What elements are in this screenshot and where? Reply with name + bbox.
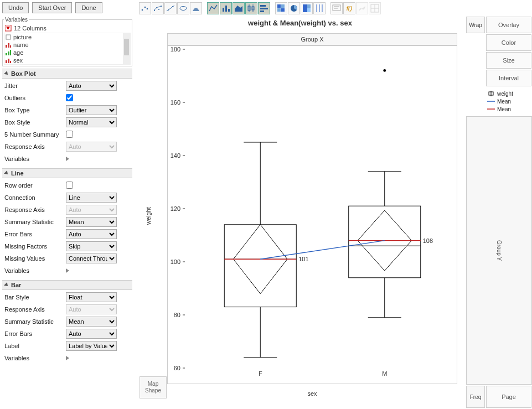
list-item[interactable]: sex [4,56,130,64]
jitter-select[interactable]: Auto [66,81,117,91]
connection-select[interactable]: Line [66,193,117,203]
errbars-line-select[interactable]: Auto [66,229,117,239]
svg-rect-23 [281,8,285,12]
start-over-button[interactable]: Start Over [32,2,72,13]
fivenum-checkbox[interactable] [66,131,73,138]
variables-fieldset: Variables 12 Columns picture name age [2,17,132,66]
variable-list[interactable]: picture name age sex [4,33,131,65]
group-y-dropzone[interactable]: Group Y [466,116,532,385]
svg-point-2 [146,8,148,10]
fivenum-label: 5 Number Summary [2,131,66,138]
respaxis-bar-select[interactable]: Auto [66,304,117,314]
respaxis-line-select[interactable]: Auto [66,205,117,215]
missval-label: Missing Values [2,255,66,262]
color-dropzone[interactable]: Color [486,34,531,51]
parallel-icon[interactable] [313,2,326,14]
chart-title: weight & Mean(weight) vs. sex [135,17,466,29]
svg-text:180: 180 [171,46,180,53]
svg-text:140: 140 [171,152,180,159]
jitter-label: Jitter [2,82,66,89]
sumstat-bar-select[interactable]: Mean [66,317,117,327]
errbars-bar-select[interactable]: Auto [66,329,117,339]
map-icon[interactable] [369,2,381,14]
svg-rect-21 [281,4,285,8]
treemap-icon[interactable] [301,2,313,14]
undo-button[interactable]: Undo [2,2,29,13]
boxstyle-select[interactable]: Normal [66,117,117,127]
svg-text:108: 108 [423,237,433,244]
svg-text:120: 120 [171,205,180,212]
svg-text:80: 80 [174,312,180,318]
boxplot-icon[interactable] [245,2,257,14]
variables-legend: Variables [4,17,29,23]
smooth-scatter-icon[interactable] [152,2,164,14]
missfac-label: Missing Factors [2,243,66,250]
list-item[interactable]: name [4,41,130,49]
done-button[interactable]: Done [75,2,102,13]
svg-rect-27 [307,8,311,12]
variables-disclosure-icon[interactable] [66,157,69,161]
svg-rect-42 [8,43,9,48]
svg-rect-44 [6,53,7,55]
svg-rect-25 [303,4,307,12]
list-item[interactable]: picture [4,33,130,41]
respaxis-boxplot-select[interactable]: Auto [66,142,117,152]
missfac-select[interactable]: Skip [66,241,117,251]
columns-header[interactable]: 12 Columns [4,24,131,33]
plot-svg: 6080100120140160180FM101108 [168,46,458,385]
svg-rect-17 [260,5,266,7]
columns-disclosure-icon[interactable] [5,25,12,32]
barstyle-select[interactable]: Float [66,292,117,302]
roworder-checkbox[interactable] [66,182,73,189]
list-item[interactable]: age [4,49,130,56]
sumstat-line-select[interactable]: Mean [66,217,117,227]
group-x-dropzone[interactable]: Group X [167,33,457,45]
overlay-dropzone[interactable]: Overlay [486,17,531,33]
errbars-line-label: Error Bars [2,231,66,237]
svg-text:M: M [382,370,387,377]
line-chart-icon[interactable] [207,2,219,14]
svg-rect-45 [8,51,9,55]
contour-icon[interactable] [190,2,202,14]
variable-scrollbar[interactable] [123,33,130,64]
freq-dropzone[interactable]: Freq [466,386,485,408]
map-shape-dropzone[interactable]: MapShape [140,376,167,398]
line-section-header[interactable]: Line [2,168,132,178]
boxplot-section-header[interactable]: Box Plot [2,69,132,79]
caption-icon[interactable] [330,2,343,14]
red-line-legend-icon [487,106,495,112]
svg-point-7 [168,9,169,11]
svg-rect-31 [333,5,340,11]
size-dropzone[interactable]: Size [486,52,531,69]
barstyle-label: Bar Style [2,294,66,301]
respaxis-line-label: Response Axis [2,206,66,213]
outliers-checkbox[interactable] [66,94,73,101]
wrap-dropzone[interactable]: Wrap [466,17,485,33]
svg-rect-43 [10,45,11,48]
missval-select[interactable]: Connect Throu [66,253,117,263]
label-bar-label: Label [2,343,66,349]
boxtype-select[interactable]: Outlier [66,105,117,115]
area-chart-icon[interactable] [233,2,245,14]
bar-section-header[interactable]: Bar [2,280,132,290]
ellipse-icon[interactable] [177,2,189,14]
variables-disclosure-icon[interactable] [66,268,69,273]
formula-icon[interactable]: f() [343,2,355,14]
heatmap-icon[interactable] [275,2,287,14]
pie-icon[interactable] [288,2,300,14]
expression-col-icon [6,34,11,40]
shape-icon[interactable] [356,2,368,14]
page-dropzone[interactable]: Page [486,386,531,408]
interval-dropzone[interactable]: Interval [486,70,531,86]
sumstat-line-label: Summary Statistic [2,219,66,225]
fit-line-icon[interactable] [164,2,177,14]
hbar-icon[interactable] [258,2,270,14]
variables-disclosure-icon[interactable] [66,356,69,360]
bar-chart-icon[interactable] [220,2,232,14]
plot-region[interactable]: 6080100120140160180FM101108 [167,45,457,384]
scatter-icon[interactable] [139,2,151,14]
label-bar-select[interactable]: Label by Value [66,341,117,351]
svg-text:101: 101 [298,256,308,262]
svg-rect-18 [260,8,268,9]
svg-rect-11 [225,6,227,12]
